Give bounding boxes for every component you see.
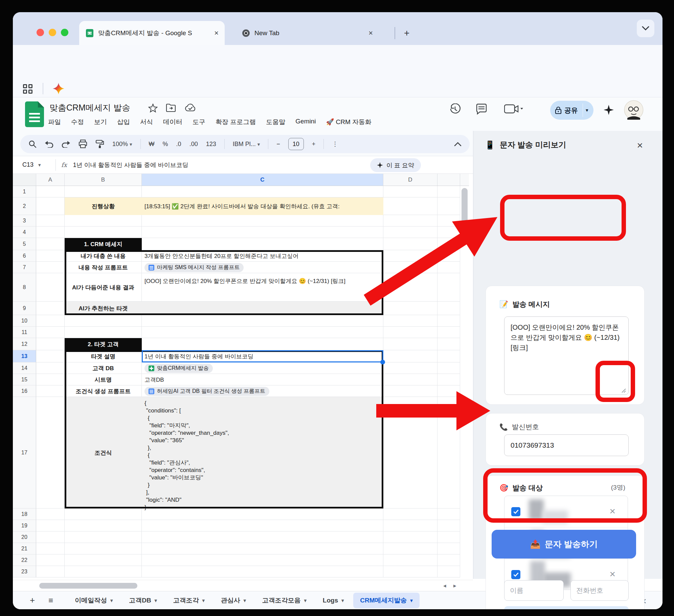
row-header[interactable]: 16 [13,385,36,397]
menu-gemini[interactable]: Gemini [295,118,316,126]
share-button[interactable]: 공유 ▾ [550,101,593,120]
grid-cell[interactable] [437,315,460,327]
grid-row[interactable]: 11 [13,327,469,338]
grid-cell[interactable] [36,238,65,250]
caret-icon[interactable]: ▾ [38,162,41,168]
comment-icon[interactable] [476,103,487,115]
row-header[interactable]: 9 [13,302,36,315]
send-sms-button[interactable]: 📤 문자 발송하기 [492,530,636,559]
grid-cell[interactable] [437,197,460,215]
grid-row[interactable]: 1 [13,186,469,197]
cell-c7-doc-chip[interactable]: 마케팅 SMS 메시지 작성 프롬프트 [144,263,244,272]
grid-cell[interactable] [65,327,142,338]
sheet-tab-logs[interactable]: Logs▾ [316,593,351,608]
format-currency-button[interactable]: ₩ [149,141,155,148]
grid-cell[interactable] [383,374,437,385]
grid-cell[interactable] [65,215,142,227]
tab-search-button[interactable] [637,20,654,37]
grid-row[interactable]: 3 [13,215,469,227]
grid-row[interactable]: 20 [13,531,469,543]
cell-c6[interactable]: 3개월동안 안오신분들한테 20프로 할인해준다고 보내고싶어 [144,250,381,262]
grid-cell[interactable] [65,566,142,577]
menu-tools[interactable]: 도구 [193,118,205,126]
new-recipient-name-input[interactable] [504,580,564,601]
cell-c15[interactable]: 고객DB [144,374,381,385]
scroll-left-icon[interactable]: ◂ [443,582,446,589]
grid-row[interactable]: 19 [13,520,469,531]
cell-b12-section-header[interactable]: 2. 타겟 고객 [65,338,142,350]
menu-data[interactable]: 데이터 [163,118,182,126]
grid-cell[interactable] [36,273,65,302]
grid-cell[interactable] [383,508,437,520]
grid-cell[interactable] [437,566,460,577]
document-title[interactable]: 맞춤CRM메세지 발송 [49,102,130,113]
grid-cell[interactable] [142,186,383,197]
grid-cell[interactable] [383,197,437,215]
row-header[interactable]: 12 [13,338,36,350]
grid-cell[interactable] [383,186,437,197]
grid-cell[interactable] [36,327,65,338]
grid-cell[interactable] [437,215,460,227]
grid-cell[interactable] [142,215,383,227]
menu-file[interactable]: 파일 [48,118,61,126]
cell-b5-section-header[interactable]: 1. CRM 메세지 [65,238,142,250]
apps-grid-icon[interactable] [23,84,32,94]
grid-cell[interactable] [36,350,65,362]
cell-b14[interactable]: 고객 DB [65,362,142,374]
account-avatar[interactable] [624,100,644,120]
grid-cell[interactable] [65,520,142,531]
grid-row[interactable]: 4 [13,227,469,238]
all-sheets-icon[interactable]: ≡ [48,596,53,605]
row-header[interactable]: 21 [13,543,36,554]
sheet-tab-customer-piece[interactable]: 고객조각▾ [166,593,211,608]
cell-c14-sheet-chip[interactable]: 맞춤CRM메세지 발송 [144,364,213,373]
grid-cell[interactable] [437,543,460,554]
grid-cell[interactable] [36,262,65,273]
menu-insert[interactable]: 삽입 [117,118,130,126]
decrease-font-button[interactable]: − [276,141,280,148]
row-header[interactable]: 23 [13,566,36,577]
row-header[interactable]: 6 [13,250,36,262]
grid-cell[interactable] [36,215,65,227]
menu-view[interactable]: 보기 [94,118,107,126]
cell-b16[interactable]: 조건식 생성 프롬프트 [65,385,142,397]
grid-row[interactable]: 10 [13,315,469,327]
row-header[interactable]: 22 [13,554,36,566]
menu-format[interactable]: 서식 [140,118,153,126]
grid-cell[interactable] [437,531,460,543]
tab-spreadsheet[interactable]: 맞춤CRM메세지 발송 - Google S × [79,21,225,45]
message-textarea[interactable]: [OOO] 오랜만이에요! 20% 할인쿠폰으로 반갑게 맞이할게요 😊 (~1… [504,316,629,395]
redo-icon[interactable] [62,140,70,148]
grid-cell[interactable] [437,374,460,385]
grid-cell[interactable] [383,543,437,554]
grid-cell[interactable] [142,327,383,338]
grid-cell[interactable] [383,238,437,250]
font-size-input[interactable]: 10 [288,138,304,150]
row-header[interactable]: 4 [13,227,36,238]
collapse-toolbar-icon[interactable] [454,142,462,146]
new-recipient-phone-input[interactable] [570,580,629,601]
row-header[interactable]: 8 [13,273,36,302]
grid-cell[interactable] [142,227,383,238]
increase-decimal-button[interactable]: .00 [189,141,198,148]
resize-handle-icon[interactable] [621,387,626,393]
grid-cell[interactable] [36,315,65,327]
print-icon[interactable] [78,140,87,148]
horizontal-scrollbar[interactable] [39,583,137,589]
sheet-tab-piece-collection[interactable]: 고객조각모음▾ [255,593,313,608]
star-icon[interactable] [148,103,158,113]
grid-cell[interactable] [36,554,65,566]
grid-cell[interactable] [383,554,437,566]
tab-close-icon[interactable]: × [368,29,373,37]
cell-b9[interactable]: AI가 추천하는 타겟 [65,302,142,315]
sheet-tab-customer-db[interactable]: 고객DB▾ [122,593,163,608]
grid-cell[interactable] [383,520,437,531]
move-folder-icon[interactable] [166,103,176,112]
paint-format-icon[interactable] [95,140,104,148]
menu-crm-automation[interactable]: 🚀 CRM 자동화 [326,118,372,126]
share-caret-icon[interactable]: ▾ [586,107,588,113]
grid-row[interactable]: 22 [13,554,469,566]
grid-cell[interactable] [36,227,65,238]
grid-cell[interactable] [383,566,437,577]
row-header[interactable]: 19 [13,520,36,531]
